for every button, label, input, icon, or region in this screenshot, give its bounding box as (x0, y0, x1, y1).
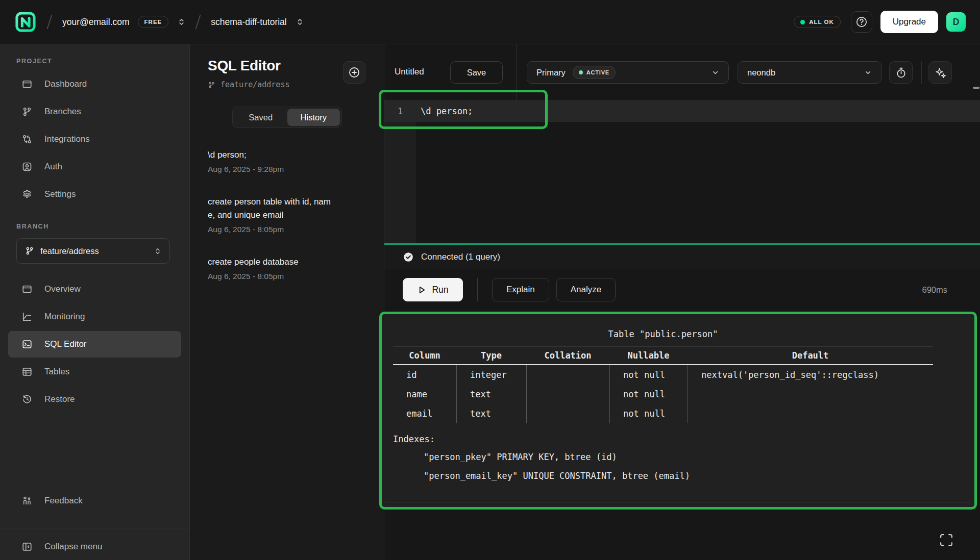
history-item-timestamp: Aug 6, 2025 - 8:05pm (208, 225, 384, 234)
cell-type: text (456, 385, 526, 404)
sidebar-item-auth[interactable]: Auth (8, 154, 181, 180)
sidebar-item-feedback[interactable]: Feedback (8, 488, 181, 514)
help-button[interactable] (851, 11, 872, 33)
cell-nullable: not null (609, 404, 688, 423)
history-list-item[interactable]: create people database Aug 6, 2025 - 8:0… (208, 256, 384, 281)
editor-and-results: Untitled Save Primary ACTIVE neondb 1 \d (384, 44, 980, 560)
result-table-title: Table "public.person" (393, 326, 933, 342)
compute-status-badge: ACTIVE (573, 66, 616, 79)
compute-selector[interactable]: Primary ACTIVE (527, 61, 729, 84)
sidebar-item-label: Dashboard (44, 79, 87, 89)
sidebar-item-settings[interactable]: Settings (8, 181, 181, 208)
sidebar-item-label: Integrations (44, 134, 90, 144)
run-button[interactable]: Run (403, 278, 463, 301)
cell-column: email (393, 404, 456, 423)
dashboard-icon (22, 79, 32, 89)
expand-results-button[interactable] (938, 532, 954, 548)
feedback-people-icon (22, 496, 32, 506)
connection-status-text: Connected (1 query) (421, 252, 500, 262)
play-icon (417, 285, 427, 295)
cell-type: integer (456, 365, 526, 385)
sidebar-item-label: Branches (44, 107, 81, 117)
neon-logo[interactable] (14, 11, 37, 33)
scrollbar-thumb[interactable] (973, 87, 979, 89)
query-actions-bar: Run Explain Analyze 690ms (384, 270, 980, 310)
column-header: Nullable (609, 350, 688, 361)
sidebar-item-integrations[interactable]: Integrations (8, 126, 181, 152)
topbar: your@email.com FREE schema-diff-tutorial… (0, 0, 980, 44)
sidebar-item-label: Restore (44, 394, 75, 404)
new-query-button[interactable] (343, 61, 365, 84)
sidebar-item-restore[interactable]: Restore (8, 386, 181, 413)
history-list-item[interactable]: create person table with id, name, and u… (208, 195, 384, 234)
sidebar-item-label: Feedback (44, 496, 83, 506)
current-branch-label: feature/address (220, 80, 289, 89)
saved-history-tabs: Saved History (232, 107, 342, 128)
collapse-menu-button[interactable]: Collapse menu (8, 533, 181, 560)
breadcrumb-separator (195, 14, 201, 29)
status-badge[interactable]: ALL OK (794, 16, 841, 28)
sidebar-item-label: Tables (44, 367, 69, 377)
query-timing-button[interactable] (889, 61, 913, 84)
explain-button[interactable]: Explain (492, 278, 549, 301)
project-nav: Dashboard Branches Integrations (0, 71, 189, 208)
editor-active-line[interactable]: 1 \d person; (384, 100, 980, 122)
chevrons-updown-icon[interactable] (296, 17, 304, 27)
cell-collation (526, 385, 609, 404)
sidebar-item-dashboard[interactable]: Dashboard (8, 71, 181, 97)
branch-section-label: BRANCH (16, 223, 189, 230)
line-number: 1 (384, 106, 416, 116)
integrations-icon (22, 134, 32, 144)
sidebar-item-monitoring[interactable]: Monitoring (8, 303, 181, 330)
cell-column: name (393, 385, 456, 404)
sidebar-item-overview[interactable]: Overview (8, 276, 181, 302)
question-circle-icon (857, 17, 866, 27)
project-breadcrumb[interactable]: schema-diff-tutorial (211, 17, 304, 28)
plus-circle-icon (350, 68, 359, 77)
column-header: Collation (526, 350, 609, 361)
branch-nav: Overview Monitoring SQL Editor (0, 276, 189, 413)
branch-selector[interactable]: feature/address (16, 238, 170, 264)
chevrons-updown-icon[interactable] (178, 17, 185, 27)
column-header: Type (456, 350, 526, 361)
save-button[interactable]: Save (450, 61, 503, 84)
cell-column: id (393, 365, 456, 385)
sidebar-item-branches[interactable]: Branches (8, 98, 181, 125)
avatar[interactable]: D (946, 12, 966, 32)
sidebar-item-label: Settings (44, 189, 76, 199)
history-item-timestamp: Aug 6, 2025 - 8:05pm (208, 272, 384, 281)
stopwatch-icon (897, 68, 904, 77)
plan-badge: FREE (138, 16, 169, 28)
sidebar-item-tables[interactable]: Tables (8, 359, 181, 385)
result-indexes: Indexes: "person_pkey" PRIMARY KEY, btre… (393, 430, 974, 486)
cell-default (688, 385, 933, 404)
tables-icon (22, 367, 32, 377)
upgrade-button[interactable]: Upgrade (880, 11, 938, 33)
analyze-button[interactable]: Analyze (556, 278, 616, 301)
connection-status-bar: Connected (1 query) (384, 245, 980, 269)
actions-divider (477, 278, 478, 301)
sparkles-icon (936, 68, 945, 78)
check-circle-icon (403, 251, 414, 263)
status-dot-icon (800, 20, 805, 24)
query-tab-title[interactable]: Untitled (395, 67, 424, 77)
settings-gear-icon (22, 189, 32, 199)
cell-nullable: not null (609, 365, 688, 385)
compute-status-label: ACTIVE (586, 69, 609, 75)
index-entry: "person_pkey" PRIMARY KEY, btree (id) (393, 448, 974, 467)
sidebar-divider (0, 528, 190, 528)
tab-saved[interactable]: Saved (234, 109, 287, 126)
account-email: your@email.com (62, 17, 130, 28)
database-selector[interactable]: neondb (738, 61, 881, 84)
chevron-down-icon (864, 69, 872, 77)
sidebar-item-sql-editor[interactable]: SQL Editor (8, 331, 181, 358)
ai-assist-button[interactable] (928, 61, 952, 84)
restore-clock-icon (22, 394, 32, 404)
toolbar-divider (516, 44, 517, 100)
history-list-item[interactable]: \d person; Aug 6, 2025 - 9:28pm (208, 148, 384, 174)
status-badge-label: ALL OK (809, 19, 834, 25)
project-section-label: PROJECT (16, 58, 189, 65)
tab-history[interactable]: History (287, 109, 340, 126)
sidebar-item-label: Overview (44, 284, 81, 294)
account-breadcrumb[interactable]: your@email.com FREE (62, 16, 185, 28)
